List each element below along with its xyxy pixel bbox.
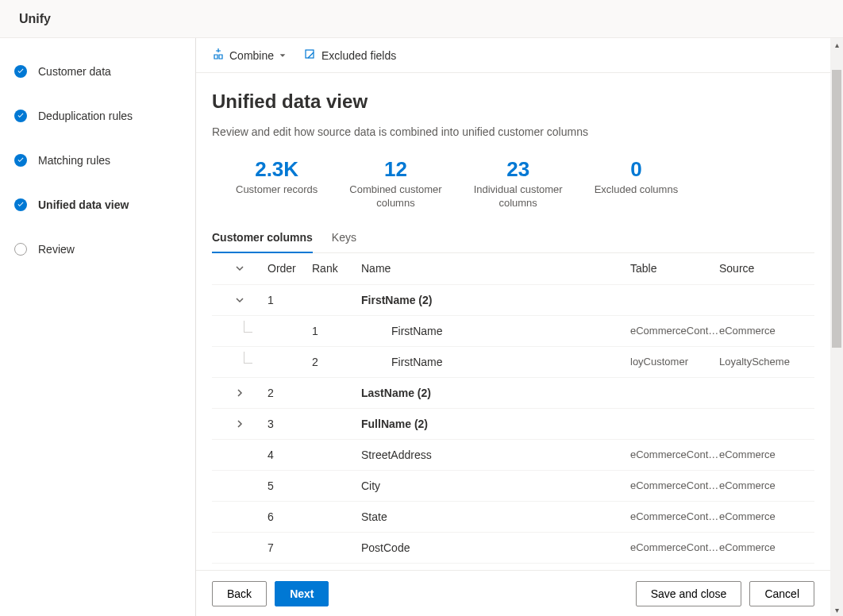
stat-value: 12: [349, 157, 441, 182]
cell-rank: 2: [312, 356, 356, 368]
col-order[interactable]: Order: [268, 262, 312, 275]
cell-name: FullName (2): [356, 418, 630, 430]
stats-row: 2.3K Customer records 12 Combined custom…: [212, 157, 814, 210]
scrollbar[interactable]: ▴ ▾: [830, 38, 843, 616]
combine-icon: [212, 48, 225, 63]
cell-source: eCommerce: [719, 449, 814, 460]
toolbar-label: Excluded fields: [321, 49, 396, 62]
cell-name: FirstName (2): [356, 294, 630, 306]
cell-name: PostCode: [356, 541, 630, 554]
step-unified-data-view[interactable]: Unified data view: [14, 195, 195, 214]
scroll-down-icon[interactable]: ▾: [830, 603, 843, 616]
step-matching-rules[interactable]: Matching rules: [14, 151, 195, 170]
stat-customer-records: 2.3K Customer records: [236, 157, 318, 210]
step-label: Unified data view: [38, 198, 129, 211]
cell-order: 6: [268, 510, 312, 523]
stat-label: Combined customer columns: [349, 183, 441, 210]
stat-label: Excluded columns: [595, 183, 679, 197]
tree-line: [212, 360, 268, 364]
step-customer-data[interactable]: Customer data: [14, 62, 195, 81]
stat-label: Customer records: [236, 183, 318, 197]
cell-source: LoyaltyScheme: [719, 356, 814, 368]
step-label: Matching rules: [38, 154, 110, 167]
cell-source: eCommerce: [719, 479, 814, 491]
back-button[interactable]: Back: [212, 581, 267, 606]
toolbar-label: Combine: [229, 49, 274, 62]
tab-keys[interactable]: Keys: [332, 225, 356, 253]
stat-excluded-columns: 0 Excluded columns: [595, 157, 679, 210]
chevron-right-icon[interactable]: [212, 419, 268, 429]
svg-line-1: [308, 52, 314, 58]
scroll-up-icon[interactable]: ▴: [830, 38, 843, 51]
table-row[interactable]: 7 PostCode eCommerceContacts eCommerce: [212, 533, 814, 564]
cell-order: 5: [268, 479, 312, 492]
check-icon: [14, 65, 27, 78]
check-icon: [14, 154, 27, 167]
cell-table: eCommerceContacts: [630, 449, 719, 460]
cancel-button[interactable]: Cancel: [749, 581, 814, 606]
combine-menu[interactable]: Combine: [212, 48, 287, 63]
step-deduplication-rules[interactable]: Deduplication rules: [14, 106, 195, 125]
table-row[interactable]: 3 FullName (2): [212, 409, 814, 440]
step-label: Customer data: [38, 65, 111, 78]
col-table[interactable]: Table: [630, 262, 719, 275]
table-row[interactable]: 1 FirstName eCommerceConta... eCommerce: [212, 316, 814, 347]
cell-order: 3: [268, 418, 312, 430]
cell-rank: 1: [312, 325, 356, 337]
step-review[interactable]: Review: [14, 240, 195, 259]
check-icon: [14, 110, 27, 122]
col-rank[interactable]: Rank: [312, 262, 356, 275]
cell-name: City: [356, 479, 630, 492]
table-row[interactable]: 4 StreetAddress eCommerceContacts eComme…: [212, 440, 814, 471]
check-icon: [14, 198, 27, 211]
stat-value: 2.3K: [236, 157, 318, 182]
col-source[interactable]: Source: [719, 262, 814, 275]
chevron-right-icon[interactable]: [212, 388, 268, 398]
toolbar: Combine Excluded fields: [196, 38, 830, 73]
cell-order: 7: [268, 541, 312, 554]
cell-table: eCommerceContacts: [630, 510, 719, 522]
table-row[interactable]: 1 FirstName (2): [212, 285, 814, 316]
cell-table: loyCustomer: [630, 356, 719, 368]
cell-name: FirstName: [356, 325, 630, 337]
stat-value: 0: [595, 157, 679, 182]
cell-source: eCommerce: [719, 541, 814, 553]
save-and-close-button[interactable]: Save and close: [636, 581, 742, 606]
page-title: Unified data view: [212, 90, 814, 113]
next-button[interactable]: Next: [275, 581, 329, 606]
excluded-fields-button[interactable]: Excluded fields: [304, 48, 396, 63]
chevron-down-icon: [279, 49, 287, 62]
tree-line: [212, 329, 268, 333]
footer: Back Next Save and close Cancel: [196, 570, 830, 616]
excluded-icon: [304, 48, 317, 63]
cell-order: 2: [268, 387, 312, 399]
topbar: Unify: [0, 0, 843, 38]
expand-all-toggle[interactable]: [212, 264, 268, 273]
cell-table: eCommerceContacts: [630, 479, 719, 491]
cell-source: eCommerce: [719, 325, 814, 337]
chevron-down-icon[interactable]: [212, 295, 268, 305]
table-header: Order Rank Name Table Source: [212, 253, 814, 285]
col-name[interactable]: Name: [356, 262, 630, 275]
scrollbar-thumb[interactable]: [832, 70, 841, 348]
app-title: Unify: [19, 12, 51, 26]
cell-source: eCommerce: [719, 510, 814, 522]
stat-individual-columns: 23 Individual customer columns: [474, 157, 563, 210]
cell-table: eCommerceConta...: [630, 325, 719, 337]
page-description: Review and edit how source data is combi…: [212, 125, 814, 138]
step-label: Review: [38, 243, 75, 256]
cell-table: eCommerceContacts: [630, 541, 719, 553]
table-row[interactable]: 2 LastName (2): [212, 378, 814, 409]
table-row[interactable]: 2 FirstName loyCustomer LoyaltyScheme: [212, 347, 814, 378]
table-row[interactable]: 5 City eCommerceContacts eCommerce: [212, 471, 814, 502]
cell-name: LastName (2): [356, 387, 630, 399]
circle-icon: [14, 243, 27, 256]
table-row[interactable]: 6 State eCommerceContacts eCommerce: [212, 502, 814, 533]
cell-name: State: [356, 510, 630, 523]
stat-combined-columns: 12 Combined customer columns: [349, 157, 441, 210]
cell-name: StreetAddress: [356, 449, 630, 461]
tab-customer-columns[interactable]: Customer columns: [212, 225, 313, 253]
stat-value: 23: [474, 157, 563, 182]
cell-name: FirstName: [356, 356, 630, 368]
main-panel: Combine Excluded fields Unified data vie…: [195, 38, 843, 616]
